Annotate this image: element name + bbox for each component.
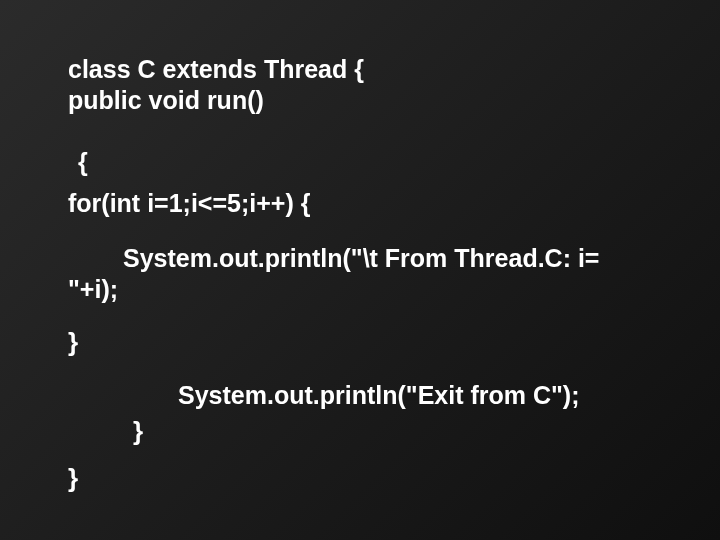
code-text: class C extends Thread { [68, 55, 364, 83]
code-line-println-2: System.out.println("Exit from C"); [178, 380, 660, 411]
code-line-close-brace-1: } [68, 326, 660, 359]
code-line-println-1: System.out.println("\t From Thread.C: i=… [68, 243, 660, 306]
code-text: "+i); [68, 275, 118, 303]
code-text: System.out.println("\t From Thread.C: i= [123, 244, 599, 272]
code-line-close-brace-2: } [133, 415, 660, 448]
code-line-class-decl: class C extends Thread { public void run… [68, 54, 660, 117]
code-slide: class C extends Thread { public void run… [0, 0, 720, 540]
code-line-close-brace-3: } [68, 462, 660, 495]
code-line-open-brace: { [78, 147, 660, 178]
code-line-for: for(int i=1;i<=5;i++) { [68, 188, 660, 219]
code-text: public void run() [68, 86, 264, 114]
